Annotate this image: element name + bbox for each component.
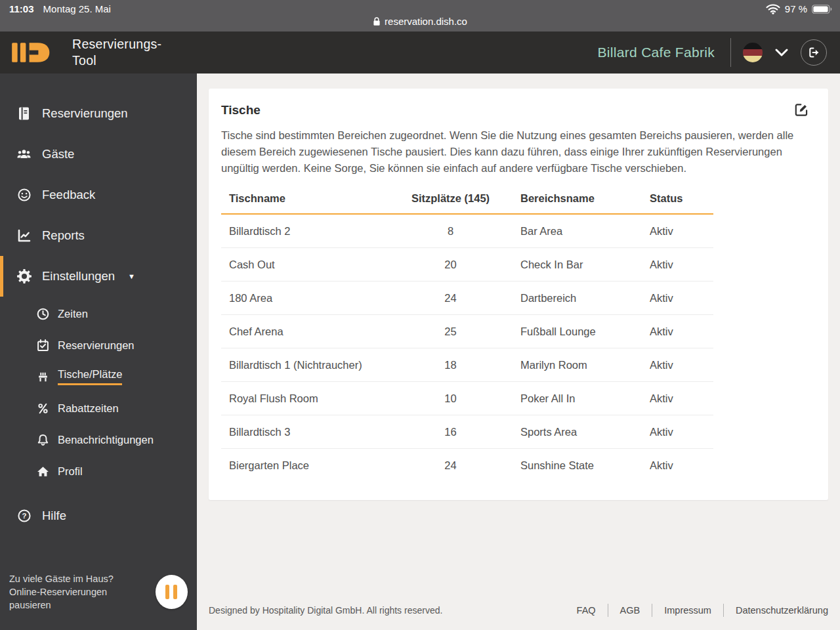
caret-down-icon: ▼ [128, 272, 135, 280]
percent-icon [37, 402, 49, 415]
home-icon [37, 465, 49, 478]
app-title: Reservierungs- Tool [72, 36, 161, 69]
footer-link-agb[interactable]: AGB [608, 604, 652, 617]
logout-button[interactable] [801, 39, 827, 66]
sidebar-subitem-benachrichtigungen[interactable]: Benachrichtigungen [0, 424, 197, 455]
cell-table-name: Billardtisch 2 [229, 223, 291, 240]
cell-seats: 25 [407, 315, 494, 348]
cell-seats: 24 [407, 282, 494, 314]
app-header: Reservierungs- Tool Billard Cafe Fabrik [0, 32, 840, 74]
status-badge: Aktiv [646, 215, 713, 247]
sidebar-item-reports[interactable]: Reports [0, 215, 197, 256]
table-row: Biergarten Place 24 Sunshine State Aktiv [221, 449, 713, 482]
status-badge: Aktiv [646, 282, 713, 314]
cell-table-name: Billardtisch 3 [229, 424, 291, 440]
edit-pencil-icon [793, 102, 809, 117]
footer-link-faq[interactable]: FAQ [565, 604, 608, 617]
tables-table: Tischname Sitzplätze (145) Bereichsname … [221, 192, 713, 482]
gear-icon [16, 269, 32, 284]
status-bar: 11:03 Montag 25. Mai reservation.dish.co… [0, 0, 840, 32]
table-row: Cash Out 20 Check In Bar Aktiv [221, 248, 713, 282]
status-date: Montag 25. Mai [43, 3, 111, 14]
table-row: 180 Area 24 Dartbereich Aktiv [221, 282, 713, 315]
cell-table-name: Biergarten Place [229, 457, 309, 474]
sidebar-item-label: Feedback [42, 188, 95, 202]
dish-logo [12, 39, 59, 66]
footer-link-impressum[interactable]: Impressum [652, 604, 723, 617]
footer-link-datenschutz[interactable]: Datenschutzerklärung [723, 604, 828, 617]
copyright-text: Designed by Hospitality Digital GmbH. Al… [209, 605, 442, 616]
cell-table-name: Billardtisch 1 (Nichtraucher) [229, 357, 362, 373]
battery-icon [812, 5, 832, 14]
pause-reservations-box: Zu viele Gäste im Haus? Online-Reservier… [0, 562, 197, 630]
battery-percent: 97 % [785, 3, 807, 14]
language-flag-german[interactable] [743, 43, 763, 62]
status-badge: Aktiv [646, 449, 713, 482]
sidebar-subitem-tische-plaetze[interactable]: Tische/Plätze [0, 361, 197, 392]
pause-icon [165, 585, 169, 599]
calendar-check-icon [37, 339, 49, 352]
cell-area: Dartbereich [520, 290, 576, 306]
cell-table-name: Royal Flush Room [229, 390, 318, 407]
cell-seats: 8 [407, 215, 494, 247]
sidebar-subitem-rabattzeiten[interactable]: Rabattzeiten [0, 392, 197, 424]
cell-area: Poker All In [520, 390, 575, 407]
screen: 11:03 Montag 25. Mai reservation.dish.co… [0, 0, 840, 630]
page-footer: Designed by Hospitality Digital GmbH. Al… [209, 604, 828, 630]
cell-seats: 20 [407, 248, 494, 281]
column-header-status: Status [646, 192, 713, 213]
cell-area: Fußball Lounge [520, 324, 596, 340]
cell-table-name: Cash Out [229, 257, 275, 273]
table-icon [37, 371, 49, 383]
sidebar: Reservierungen Gäste Feedback Reports [0, 74, 197, 630]
sidebar-subitem-reservierungen[interactable]: Reservierungen [0, 329, 197, 361]
chevron-down-icon[interactable] [774, 48, 789, 57]
pause-reservations-text: Zu viele Gäste im Haus? Online-Reservier… [9, 572, 145, 612]
sidebar-item-label: Reports [42, 228, 85, 243]
table-row: Billardtisch 1 (Nichtraucher) 18 Marilyn… [221, 348, 713, 382]
url-text: reservation.dish.co [385, 16, 467, 27]
table-header-row: Tischname Sitzplätze (145) Bereichsname … [221, 192, 713, 215]
status-badge: Aktiv [646, 382, 713, 415]
header-divider [730, 38, 731, 67]
page-title: Tische [221, 103, 261, 117]
cell-area: Check In Bar [520, 257, 583, 273]
sidebar-item-feedback[interactable]: Feedback [0, 175, 197, 215]
main-content: Tische Tische sind bestimmten Bereichen … [197, 74, 840, 630]
cell-seats: 16 [407, 415, 494, 448]
table-row: Royal Flush Room 10 Poker All In Aktiv [221, 382, 713, 415]
clock-icon [37, 308, 49, 320]
column-header-bereichsname: Bereichsname [494, 192, 646, 213]
table-row: Chef Arena 25 Fußball Lounge Aktiv [221, 315, 713, 348]
sidebar-subitem-profil[interactable]: Profil [0, 455, 197, 487]
smiley-icon [16, 188, 32, 202]
cell-area: Bar Area [520, 223, 562, 240]
cell-seats: 10 [407, 382, 494, 415]
sidebar-subitem-label: Profil [58, 465, 83, 478]
sidebar-item-einstellungen[interactable]: Einstellungen ▼ [0, 256, 197, 297]
sidebar-subitem-label: Rabattzeiten [58, 402, 119, 415]
cell-table-name: 180 Area [229, 290, 272, 306]
edit-tables-button[interactable] [793, 102, 809, 117]
status-badge: Aktiv [646, 348, 713, 381]
chart-icon [16, 228, 32, 243]
pause-reservations-button[interactable] [156, 575, 188, 609]
sidebar-subitem-label-active: Tische/Plätze [58, 368, 122, 385]
guests-icon [16, 148, 32, 161]
wifi-icon [766, 4, 780, 14]
restaurant-name: Billard Cafe Fabrik [598, 45, 715, 60]
footer-links: FAQ AGB Impressum Datenschutzerklärung [565, 604, 828, 617]
sidebar-subitem-zeiten[interactable]: Zeiten [0, 298, 197, 329]
sidebar-item-label: Hilfe [42, 509, 66, 523]
sidebar-subitem-label: Reservierungen [58, 339, 134, 352]
svg-text:?: ? [22, 512, 26, 520]
sidebar-item-gaeste[interactable]: Gäste [0, 134, 197, 175]
tables-description: Tische sind bestimmten Bereichen zugeord… [221, 127, 816, 177]
sidebar-item-label: Reservierungen [42, 106, 128, 121]
sidebar-item-label: Gäste [42, 147, 74, 161]
sidebar-item-hilfe[interactable]: ? Hilfe [0, 497, 197, 534]
sidebar-subitem-label: Benachrichtigungen [58, 434, 154, 446]
table-row: Billardtisch 3 16 Sports Area Aktiv [221, 415, 713, 449]
browser-url-bar[interactable]: reservation.dish.co [0, 16, 840, 27]
sidebar-item-reservierungen[interactable]: Reservierungen [0, 93, 197, 134]
